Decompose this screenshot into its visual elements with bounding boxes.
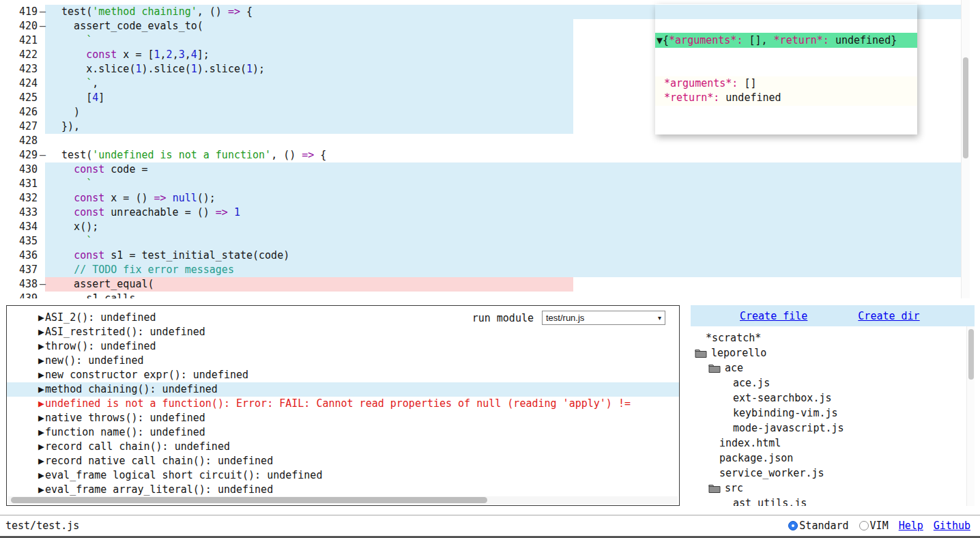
expand-icon[interactable]: ▶ (38, 483, 44, 496)
code-token[interactable]: 1 (154, 48, 160, 61)
code-token[interactable]: }), (49, 120, 80, 132)
code-token[interactable]: , (160, 48, 167, 61)
code-token[interactable] (49, 77, 86, 89)
file-tree-item[interactable]: ace (691, 360, 966, 376)
code-token[interactable]: ).slice( (197, 63, 246, 75)
code-line[interactable]: 429– test('undefined is not a function',… (0, 148, 980, 162)
create-dir-link[interactable]: Create dir (858, 310, 919, 322)
github-link[interactable]: Github (934, 520, 970, 532)
code-token[interactable]: 4 (191, 48, 197, 61)
code-token[interactable] (49, 206, 74, 218)
call-result-row[interactable]: ▶function name(): undefined (7, 425, 679, 440)
code-token[interactable]: 1 (234, 206, 240, 218)
call-result-row[interactable]: ▶ASI_restrited(): undefined (7, 325, 679, 339)
file-tree-item[interactable]: ace.js (691, 376, 966, 391)
code-token[interactable]: assert_equal( (49, 278, 154, 290)
code-text[interactable]: ` (49, 234, 980, 249)
fold-marker[interactable]: – (40, 277, 46, 292)
code-token[interactable]: x = () (104, 192, 154, 204)
code-editor[interactable]: 419– test('method chaining', () => {420–… (0, 0, 980, 298)
code-token[interactable]: ` (86, 77, 92, 89)
call-result-row[interactable]: ▶record call chain(): undefined (7, 440, 679, 454)
code-text[interactable]: x(); (49, 220, 980, 234)
code-token[interactable]: const (74, 206, 104, 218)
call-result-row[interactable]: ▶new constructor expr(): undefined (7, 368, 679, 382)
code-line[interactable]: 437 // TODO fix error messages (0, 263, 980, 277)
expand-icon[interactable]: ▶ (38, 311, 44, 324)
code-token[interactable] (49, 34, 86, 46)
code-token[interactable]: , (185, 48, 191, 61)
code-token[interactable]: , () (271, 149, 302, 161)
module-select[interactable]: test/run.js ▾ (542, 311, 665, 325)
code-token[interactable]: => (302, 149, 314, 161)
code-line[interactable]: 431 ` (0, 177, 980, 191)
code-token[interactable] (49, 178, 86, 190)
expand-icon[interactable]: ▶ (38, 469, 44, 481)
code-text[interactable]: s1.calls (49, 292, 980, 298)
code-line[interactable]: 434 x(); (0, 220, 980, 234)
expand-icon[interactable]: ▶ (38, 426, 44, 438)
expand-icon[interactable]: ▶ (38, 412, 44, 424)
code-token[interactable]: [ (49, 91, 92, 104)
file-tree-item[interactable]: src (691, 481, 966, 496)
code-token[interactable]: test( (49, 5, 92, 18)
code-line[interactable]: 433 const unreachable = () => 1 (0, 206, 980, 220)
scrollbar-thumb[interactable] (11, 497, 487, 503)
code-token[interactable]: const (74, 163, 104, 175)
call-result-row[interactable]: ▶native throws(): undefined (7, 411, 679, 425)
code-token[interactable]: 3 (179, 48, 185, 61)
code-token[interactable]: test( (49, 149, 92, 161)
code-token[interactable]: { (240, 5, 253, 18)
code-token[interactable]: => (154, 192, 167, 204)
code-text[interactable]: assert_equal( (49, 277, 980, 292)
file-tree-item[interactable]: keybinding-vim.js (691, 406, 966, 421)
code-token[interactable]: null (173, 192, 197, 204)
expand-icon[interactable]: ▶ (38, 455, 44, 467)
code-token[interactable]: const (74, 249, 104, 261)
code-token[interactable]: s1 = test_initial_state(code) (104, 249, 289, 261)
code-token[interactable]: 4 (92, 91, 98, 104)
code-token[interactable]: (); (197, 192, 216, 204)
code-token[interactable]: unreachable = () (104, 206, 216, 218)
code-token[interactable]: 'undefined is not a function' (92, 149, 271, 161)
call-result-row[interactable]: ▶eval_frame logical short circuit(): und… (7, 468, 679, 483)
code-token[interactable]: const (86, 48, 117, 61)
code-token[interactable]: assert_code_evals_to( (49, 20, 203, 32)
keybinding-standard-option[interactable]: Standard (788, 520, 848, 532)
expand-icon[interactable]: ▶ (38, 383, 44, 395)
code-token[interactable]: 1 (246, 63, 253, 75)
code-token[interactable]: ]; (197, 48, 210, 61)
code-line[interactable]: 435 ` (0, 234, 980, 249)
code-token[interactable] (49, 192, 74, 204)
code-token[interactable]: ` (86, 34, 92, 46)
code-token[interactable]: ); (253, 63, 265, 75)
expand-icon[interactable]: ▶ (38, 340, 44, 352)
code-line[interactable]: 438– assert_equal( (0, 277, 980, 292)
code-text[interactable]: const unreachable = () => 1 (49, 206, 980, 220)
expand-icon[interactable]: ▶ (38, 369, 44, 381)
code-token[interactable]: x.slice( (49, 63, 135, 75)
fold-marker[interactable]: – (40, 5, 46, 19)
code-line[interactable]: 430 const code = (0, 162, 980, 177)
code-text[interactable]: test('undefined is not a function', () =… (49, 148, 980, 162)
code-token[interactable] (228, 206, 234, 218)
code-token[interactable]: , (92, 77, 98, 89)
file-tree-item[interactable]: package.json (691, 451, 966, 466)
code-token[interactable]: s1.calls (49, 292, 135, 298)
code-line[interactable]: 428 (0, 134, 980, 148)
file-tree-item[interactable]: leporello (691, 345, 966, 360)
code-token[interactable]: x = [ (117, 48, 154, 61)
code-token[interactable]: { (314, 149, 326, 161)
code-token[interactable] (167, 192, 173, 204)
code-text[interactable]: ` (49, 177, 980, 191)
scrollbar-thumb[interactable] (968, 329, 974, 380)
file-tree-item[interactable]: ast_utils.js (691, 496, 966, 506)
files-vertical-scrollbar[interactable] (966, 326, 975, 506)
expand-icon[interactable]: ▶ (38, 354, 44, 367)
help-link[interactable]: Help (899, 520, 923, 532)
code-line[interactable]: 432 const x = () => null(); (0, 191, 980, 206)
fold-marker[interactable]: – (40, 19, 46, 33)
code-token[interactable]: ] (98, 91, 104, 104)
code-token[interactable] (49, 48, 86, 61)
radio-vim[interactable] (859, 521, 869, 530)
